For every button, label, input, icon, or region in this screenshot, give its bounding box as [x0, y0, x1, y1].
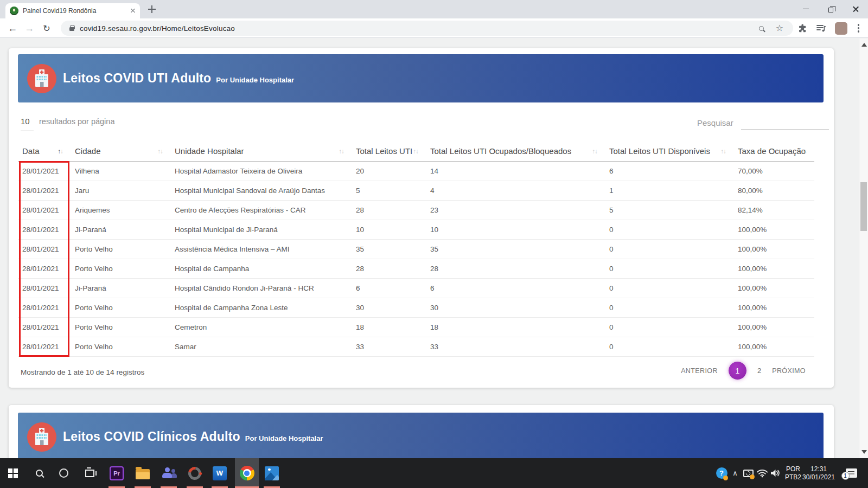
minimize-icon: [803, 9, 809, 10]
swirl-app-button[interactable]: [183, 458, 207, 488]
forward-button[interactable]: →: [21, 18, 37, 38]
browser-tab[interactable]: Painel Covid19 Rondônia: [5, 3, 140, 18]
media-queue-icon[interactable]: [816, 23, 827, 33]
cell-total: 28: [352, 259, 426, 278]
sort-icons: ↑↓: [592, 148, 598, 155]
new-tab-button[interactable]: [148, 5, 156, 14]
restore-button[interactable]: [818, 0, 843, 18]
teams-icon: [162, 467, 176, 479]
uti-card: Leitos COVID UTI Adulto Por Unidade Hosp…: [9, 48, 834, 388]
start-button[interactable]: [1, 458, 25, 488]
card-subtitle: Por Unidade Hospitalar: [216, 76, 294, 84]
lock-icon[interactable]: [69, 27, 74, 31]
page-scrollbar[interactable]: [859, 38, 868, 458]
cell-data: 28/01/2021: [18, 317, 71, 337]
cell-total: 5: [352, 181, 426, 200]
cell-unidade: Centro de Afecções Respiratórias - CAR: [170, 200, 352, 220]
cell-unidade: Hospital Municipal Sandoval de Araújo Da…: [170, 181, 352, 200]
table-row: 28/01/2021AriquemesCentro de Afecções Re…: [18, 200, 814, 220]
scrollbar-thumb[interactable]: [860, 182, 867, 231]
pagination-previous[interactable]: ANTERIOR: [681, 367, 718, 375]
cell-taxa: 100,00%: [733, 220, 814, 239]
cell-cidade: Porto Velho: [71, 337, 170, 356]
tab-favicon: [10, 7, 18, 15]
cortana-button[interactable]: [52, 458, 75, 488]
cell-data: 28/01/2021: [18, 278, 71, 298]
browser-menu-icon[interactable]: [858, 24, 859, 25]
address-bar[interactable]: covid19.sesau.ro.gov.br/Home/LeitosEvolu…: [61, 21, 793, 36]
pagination-page-1[interactable]: 1: [729, 362, 746, 380]
premiere-button[interactable]: Pr: [105, 458, 129, 488]
column-header-unidade[interactable]: Unidade Hospitalar↑↓: [170, 142, 352, 161]
page-length-control: 10 resultados por página: [21, 117, 114, 131]
scroll-up-icon[interactable]: [861, 43, 867, 47]
date: 30/01/2021: [802, 473, 835, 481]
browser-toolbar: ← → ↻ covid19.sesau.ro.gov.br/Home/Leito…: [0, 18, 868, 38]
search-label: Pesquisar: [697, 118, 733, 127]
pagination-next[interactable]: PRÓXIMO: [772, 367, 806, 375]
screen: Painel Covid19 Rondônia ← → ↻ covid19.se…: [0, 0, 868, 488]
cell-data: 28/01/2021: [18, 220, 71, 239]
cell-unidade: Hospital Cândido Rondon Ji-Paraná - HCR: [170, 278, 352, 298]
wifi-tray-button[interactable]: [755, 458, 769, 488]
scroll-down-icon[interactable]: [861, 450, 867, 454]
search-input[interactable]: [741, 117, 829, 130]
column-header-data[interactable]: Data↑↓: [18, 142, 71, 161]
cell-ocupados: 35: [426, 239, 605, 259]
cell-cidade: Ariquemes: [71, 200, 170, 220]
cell-unidade: Hospital de Campanha Zona Leste: [170, 298, 352, 317]
cell-total: 18: [352, 317, 426, 337]
chrome-button[interactable]: [235, 458, 259, 488]
cast-tray-button[interactable]: [741, 458, 755, 488]
windows-logo-icon: [8, 468, 18, 478]
uti-table: Data↑↓ Cidade↑↓ Unidade Hospitalar↑↓ Tot…: [18, 142, 814, 357]
card-subtitle: Por Unidade Hospitalar: [245, 434, 323, 442]
reload-button[interactable]: ↻: [39, 18, 55, 38]
cell-unidade: Hospital Adamastor Teixeira de Oliveira: [170, 161, 352, 181]
bookmark-star-icon[interactable]: ☆: [776, 24, 783, 33]
cell-data: 28/01/2021: [18, 337, 71, 356]
cell-unidade: Hospital Municipal de Ji-Paraná: [170, 220, 352, 239]
help-tray-button[interactable]: ?: [714, 458, 729, 488]
cell-data: 28/01/2021: [18, 181, 71, 200]
column-header-taxa[interactable]: Taxa de Ocupação↑↓: [733, 142, 814, 161]
sort-icons: ↑↓: [339, 148, 344, 155]
clock[interactable]: 12:3130/01/2021: [795, 458, 842, 488]
action-center-button[interactable]: 1: [842, 458, 860, 488]
volume-tray-button[interactable]: [768, 458, 782, 488]
cell-total: 6: [352, 278, 426, 298]
photos-button[interactable]: [260, 458, 284, 488]
cell-taxa: 100,00%: [733, 317, 814, 337]
cell-ocupados: 28: [426, 259, 605, 278]
tab-close-icon[interactable]: [130, 8, 136, 14]
tray-expand-button[interactable]: ∧: [729, 458, 741, 488]
url-text[interactable]: covid19.sesau.ro.gov.br/Home/LeitosEvolu…: [80, 24, 752, 33]
word-button[interactable]: W: [208, 458, 232, 488]
column-header-ocupados[interactable]: Total Leitos UTI Ocupados/Bloqueados↑↓: [426, 142, 605, 161]
cell-total: 35: [352, 239, 426, 259]
taskbar-search-button[interactable]: [27, 458, 51, 488]
table-row: 28/01/2021Porto VelhoCemetron18180100,00…: [18, 317, 814, 337]
teams-button[interactable]: [157, 458, 181, 488]
minimize-button[interactable]: [793, 0, 818, 18]
file-explorer-button[interactable]: [131, 458, 155, 488]
clinicos-card-header: Leitos COVID Clínicos Adulto Por Unidade…: [18, 413, 824, 458]
close-button[interactable]: [843, 0, 868, 18]
extensions-icon[interactable]: [797, 23, 808, 34]
pagination-page-2[interactable]: 2: [757, 367, 761, 375]
cell-unidade: Assistência Médica Intensiva – AMI: [170, 239, 352, 259]
zoom-page-icon[interactable]: [759, 26, 764, 31]
cell-total: 28: [352, 200, 426, 220]
page-length-select[interactable]: 10: [21, 117, 34, 131]
back-button[interactable]: ←: [4, 18, 21, 38]
column-header-disponiveis[interactable]: Total Leitos UTI Disponíveis↑↓: [605, 142, 733, 161]
column-header-total[interactable]: Total Leitos UTI↑↓: [352, 142, 426, 161]
profile-avatar[interactable]: [835, 22, 847, 35]
cell-ocupados: 4: [426, 181, 605, 200]
column-header-cidade[interactable]: Cidade↑↓: [71, 142, 170, 161]
task-view-button[interactable]: [78, 458, 101, 488]
cell-ocupados: 18: [426, 317, 605, 337]
cell-disponiveis: 0: [605, 239, 733, 259]
table-row: 28/01/2021Porto VelhoHospital de Campanh…: [18, 259, 814, 278]
table-row: 28/01/2021Porto VelhoSamar33330100,00%: [18, 337, 814, 356]
